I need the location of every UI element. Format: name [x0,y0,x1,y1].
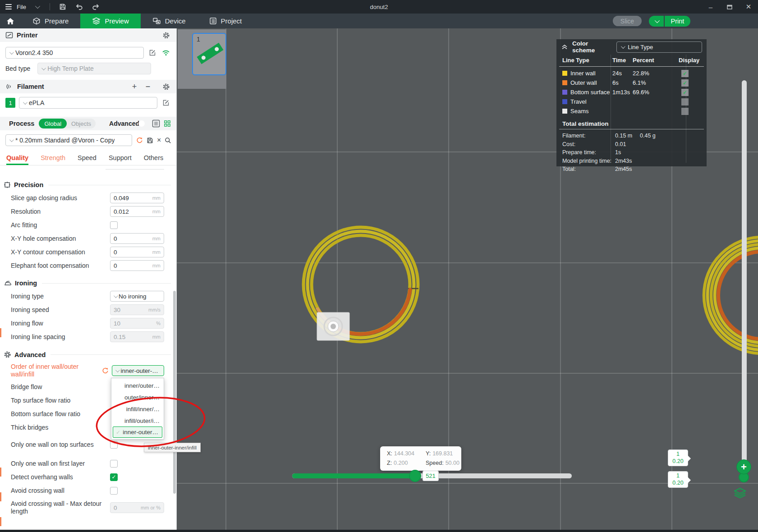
remove-filament-button[interactable]: − [143,82,153,92]
color-scheme-select[interactable]: Line Type [616,41,702,53]
divider [106,169,164,170]
filament-spool-icon [5,83,14,90]
parameter-table-icon[interactable] [152,119,160,128]
undo-icon[interactable] [74,1,85,13]
display-toggle-checkbox[interactable]: ✓ [681,89,689,96]
printer-settings-gear-icon[interactable] [161,30,171,40]
hamburger-menu-icon[interactable] [5,4,12,9]
chevron-down-icon[interactable] [31,1,43,13]
ironing-type-select[interactable]: No ironing [110,291,164,302]
display-toggle-checkbox[interactable] [681,108,689,115]
dropdown-option[interactable]: infill/inner/… [111,403,164,415]
reset-preset-icon[interactable] [136,135,143,145]
wifi-connection-icon[interactable] [161,48,171,58]
file-menu[interactable]: File [17,4,26,10]
estimation-row: Total:2m45s [556,165,707,174]
xy-contour-input[interactable]: 0mm [110,247,164,257]
detect-overhang-walls-checkbox[interactable]: ✓ [110,473,118,481]
sidebar-scrollbar[interactable] [173,291,176,494]
settings-sidebar: Printer Voron2.4 350 Bed type High Temp … [0,28,177,532]
setting-row: Ironing line spacing0.15mm [0,330,176,344]
ironing-flow-input: 10% [110,318,164,329]
estimation-row: Cost:0.01 [556,140,707,149]
tab-support[interactable]: Support [109,154,132,165]
max-detour-length-input: 0mm or % [110,502,164,513]
slice-button[interactable]: Slice [613,16,642,26]
dropdown-option[interactable]: inner/outer… [111,380,164,391]
title-bar: File donut2 – ✕ [0,0,758,14]
print-button[interactable]: Print [665,16,690,27]
add-filament-button[interactable]: + [129,82,139,92]
printer-preset-select[interactable]: Voron2.4 350 [5,47,144,59]
home-button[interactable] [0,14,21,28]
tab-others[interactable]: Others [144,154,164,165]
layer-slider-track[interactable] [742,80,747,473]
dropdown-option-selected[interactable]: ✓inner-outer… [113,427,162,438]
layer-slider-upper-handle[interactable]: + [736,459,751,474]
bed-type-label: Bed type [5,65,30,72]
filament-settings-gear-icon[interactable] [161,82,171,92]
advanced-section-header: Advanced [4,351,171,358]
layers-view-icon[interactable] [733,487,747,501]
resolution-input[interactable]: 0.012mm [110,206,164,217]
dropdown-option[interactable]: outer/inner… [111,391,164,403]
list-box-icon [209,17,217,25]
3d-viewport[interactable]: 1 Color scheme Line Type Line TypeTimePe… [177,28,758,532]
display-toggle-checkbox[interactable]: ✓ [681,79,689,87]
display-toggle-checkbox[interactable] [681,98,689,105]
wall-order-select[interactable]: inner-outer-… [112,365,164,376]
setting-row: Resolution0.012mm [0,205,176,218]
tab-device[interactable]: Device [141,14,198,28]
plate-preview [197,43,224,64]
xy-hole-input[interactable]: 0mm [110,233,164,244]
legend-row: Bottom surface 1m13s69.6% ✓ [556,87,707,97]
plate-thumbnail[interactable]: 1 [192,33,226,75]
bed-type-select[interactable]: High Temp Plate [37,63,151,74]
display-toggle-checkbox[interactable]: ✓ [681,70,689,77]
only-one-wall-first-layer-checkbox[interactable] [110,460,118,468]
dropdown-tooltip: inner-outer-inner/infill [144,443,201,452]
slice-gap-input[interactable]: 0.049mm [110,193,164,203]
dropdown-option[interactable]: infill/outer/i… [111,415,164,427]
cube-icon [32,17,41,25]
bottom-edge [0,530,758,532]
edit-printer-icon[interactable] [147,48,157,58]
objects-tree-icon[interactable] [164,119,171,128]
process-preset-select[interactable]: * 0.20mm Standard @Voron - Copy [5,134,132,146]
tab-strength[interactable]: Strength [41,154,65,165]
scope-global-button[interactable]: Global [39,119,67,128]
close-button[interactable]: ✕ [739,0,758,14]
scope-objects-button[interactable]: Objects [67,120,96,127]
search-setting-icon[interactable] [165,135,171,145]
modified-marker [0,468,1,477]
delete-preset-icon[interactable]: × [157,135,161,145]
move-slider-value-badge: 521 [423,471,439,481]
tab-quality[interactable]: Quality [6,154,28,165]
setting-row: X-Y contour compensation0mm [0,245,176,259]
filament-slot-badge[interactable]: 1 [5,98,15,108]
check-icon: ✓ [116,429,120,436]
wall-order-dropdown: inner/outer… outer/inner… infill/inner/…… [111,378,164,440]
collapse-panel-icon[interactable] [561,44,568,50]
avoid-crossing-wall-checkbox[interactable] [110,487,118,495]
elephant-foot-input[interactable]: 0mm [110,260,164,271]
move-slider-handle[interactable] [409,470,421,482]
minimize-button[interactable]: – [701,0,720,14]
setting-row: Ironing flow10% [0,316,176,330]
only-one-wall-top-checkbox[interactable] [110,441,118,449]
save-preset-icon[interactable] [147,135,153,145]
filament-preset-select[interactable]: ePLA [19,97,157,109]
tab-speed[interactable]: Speed [78,154,96,165]
reset-setting-icon[interactable] [100,366,110,376]
tab-prepare[interactable]: Prepare [21,14,80,28]
window-title: donut2 [0,4,758,10]
edit-filament-icon[interactable] [161,98,171,108]
save-icon[interactable] [57,1,69,13]
tab-project[interactable]: Project [198,14,254,28]
tab-preview[interactable]: Preview [80,14,140,28]
maximize-button[interactable] [720,0,739,14]
print-dropdown-button[interactable] [649,16,664,27]
arc-fitting-checkbox[interactable] [110,221,118,229]
move-slider-track[interactable]: 521 [292,473,572,478]
redo-icon[interactable] [90,1,102,13]
